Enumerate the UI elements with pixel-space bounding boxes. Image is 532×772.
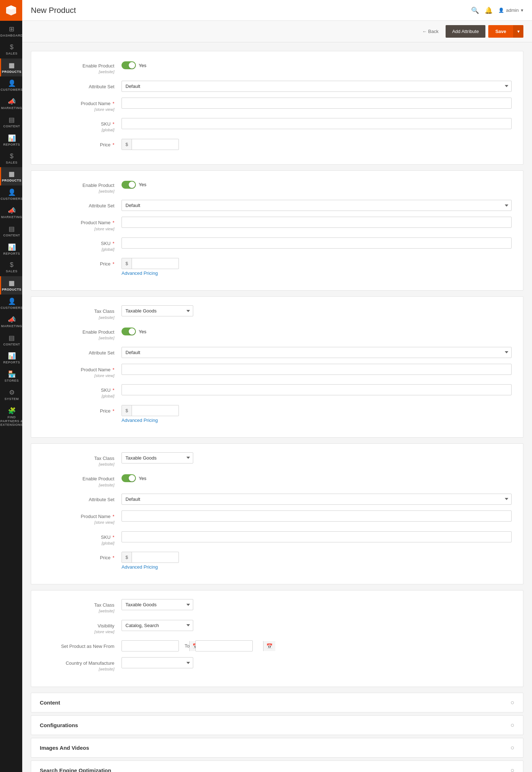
sidebar-item-sales2[interactable]: $ SALES [0,150,22,168]
sidebar-item-label: MARKETING [1,215,22,219]
advanced-pricing-link-2[interactable]: Advanced Pricing [122,270,512,276]
prodname1-input[interactable] [122,98,512,109]
sku1-input[interactable] [122,118,512,129]
label-attrset2: Attribute Set [43,200,122,209]
sidebar-item-marketing3[interactable]: 📣 MARKETING [0,313,22,331]
sidebar-item-products[interactable]: ▦ PRODUCTS [0,58,22,77]
sidebar-item-dashboard[interactable]: ⊞ DASHBOARD [0,22,22,41]
form-row-enable2: Enable Product [website] Yes [43,179,512,194]
section-content-header[interactable]: Content ○ [31,693,523,712]
sidebar-item-products2[interactable]: ▦ PRODUCTS [0,167,22,185]
calendar-to-icon[interactable]: 📅 [263,641,275,651]
price3-input[interactable] [132,405,199,416]
attrset3-select[interactable]: Default [122,347,512,358]
sku3-input[interactable] [122,384,512,395]
sku2-input[interactable] [122,237,512,249]
sidebar-item-label: PRODUCTS [2,179,22,183]
back-button[interactable]: ← Back [418,26,443,37]
admin-label: admin [506,8,519,13]
section-configurations-header[interactable]: Configurations ○ [31,716,523,735]
price2-input[interactable] [132,258,199,269]
toggle-enable1[interactable]: Yes [122,60,512,69]
form-row-sku3: SKU * [global] [43,384,512,399]
form-row-attrset4: Attribute Set Default [43,494,512,505]
toggle-switch-enable2[interactable] [122,181,136,189]
toggle-label-enable4: Yes [139,476,146,481]
sidebar-item-customers3[interactable]: 👤 CUSTOMERS [0,295,22,313]
sidebar-item-marketing2[interactable]: 📣 MARKETING [0,204,22,222]
taxclass1-select[interactable]: Taxable Goods [122,305,193,316]
sidebar-item-sales[interactable]: $ SALES [0,41,22,58]
add-attribute-button[interactable]: Add Attribute [446,25,485,38]
sidebar-item-reports[interactable]: 📊 REPORTS [0,131,22,150]
sidebar-item-label: REPORTS [3,143,20,147]
form-row-price1: Price * $ [43,139,512,150]
label-taxclass2: Tax Class [website] [43,452,122,467]
sales-icon: $ [10,43,13,51]
customers3-icon: 👤 [8,297,16,305]
section-images-videos-header[interactable]: Images And Videos ○ [31,738,523,757]
sidebar-item-label: CONTENT [3,234,20,237]
header-actions: 🔍 🔔 👤 admin ▾ [471,6,523,14]
sidebar-item-customers2[interactable]: 👤 CUSTOMERS [0,185,22,204]
toggle-enable4[interactable]: Yes [122,473,512,482]
sidebar-item-stores[interactable]: 🏪 STORES [0,367,22,386]
taxclass3-select[interactable]: Taxable Goods [122,599,193,610]
search-icon[interactable]: 🔍 [471,6,479,14]
section-seo-header[interactable]: Search Engine Optimization ○ [31,761,523,772]
sidebar-item-system[interactable]: ⚙ SYSTEM [0,386,22,404]
sidebar-item-reports3[interactable]: 📊 REPORTS [0,349,22,367]
label-enable2: Enable Product [website] [43,179,122,194]
save-button[interactable]: Save [488,25,513,38]
sidebar-item-sales3[interactable]: $ SALES [0,258,22,276]
attrset1-select[interactable]: Default [122,81,512,92]
label-enable4: Enable Product [website] [43,473,122,488]
content-area: Enable Product [website] Yes Attribute S… [22,42,532,772]
form-panel-1: Enable Product [website] Yes Attribute S… [31,51,523,165]
sidebar-item-content2[interactable]: ▤ CONTENT [0,222,22,240]
toggle-enable3[interactable]: Yes [122,326,512,335]
label-price2: Price * [43,258,122,267]
sidebar-item-products3[interactable]: ▦ PRODUCTS [0,276,22,295]
visibility-select[interactable]: Catalog, Search Catalog Search Not Visib… [122,620,193,631]
content3-icon: ▤ [9,334,15,342]
sidebar-item-content[interactable]: ▤ CONTENT [0,113,22,131]
sidebar-item-customers[interactable]: 👤 CUSTOMERS [0,76,22,95]
price1-input[interactable] [132,139,199,150]
form-row-visibility: Visibility [store view] Catalog, Search … [43,620,512,635]
advanced-pricing-link-3[interactable]: Advanced Pricing [122,418,512,423]
chevron-icon: ○ [510,699,514,706]
sku4-input[interactable] [122,531,512,542]
date-to-input[interactable] [196,641,263,651]
admin-menu[interactable]: 👤 admin ▾ [498,8,523,13]
toggle-switch-enable4[interactable] [122,474,136,482]
form-row-attrset3: Attribute Set Default [43,347,512,358]
prodname3-input[interactable] [122,364,512,375]
attrset2-select[interactable]: Default [122,200,512,211]
sidebar-item-label: CONTENT [3,343,20,347]
toggle-enable2[interactable]: Yes [122,179,512,189]
attrset4-select[interactable]: Default [122,494,512,505]
toggle-switch-enable3[interactable] [122,328,136,335]
advanced-pricing-link-4[interactable]: Advanced Pricing [122,564,512,570]
sidebar-item-content3[interactable]: ▤ CONTENT [0,331,22,349]
prodname2-input[interactable] [122,217,512,228]
sidebar-item-reports2[interactable]: 📊 REPORTS [0,240,22,259]
sidebar-item-extensions[interactable]: 🧩 FIND PARTNERS & EXTENSIONS [0,404,22,430]
section-images-videos-label: Images And Videos [40,745,89,751]
sidebar-item-marketing[interactable]: 📣 MARKETING [0,95,22,113]
form-row-sku4: SKU * [global] [43,531,512,546]
country-select[interactable] [122,657,193,668]
date-from-input[interactable] [122,641,189,651]
form-row-enable3: Enable Product [website] Yes [43,326,512,341]
save-dropdown-button[interactable]: ▾ [513,25,523,38]
form-row-prodname3: Product Name * [store view] [43,364,512,379]
prodname4-input[interactable] [122,510,512,522]
toggle-switch-enable1[interactable] [122,61,136,69]
logo[interactable] [0,0,22,21]
notification-icon[interactable]: 🔔 [485,6,493,14]
taxclass2-select[interactable]: Taxable Goods [122,452,193,463]
sidebar-item-label: PRODUCTS [2,288,22,292]
price4-input[interactable] [132,552,199,562]
label-enable1: Enable Product [website] [43,60,122,75]
